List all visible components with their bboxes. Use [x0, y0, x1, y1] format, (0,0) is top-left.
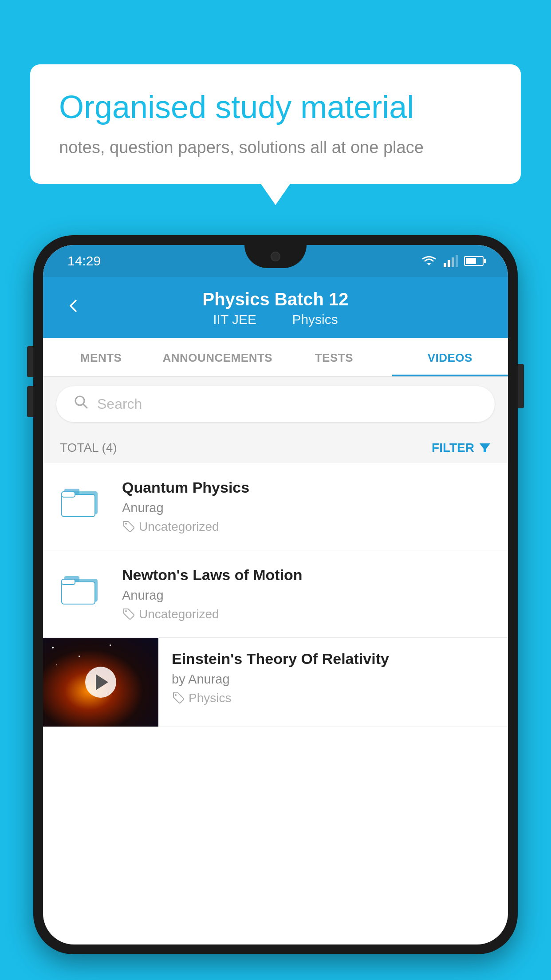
svg-marker-0 — [427, 263, 431, 265]
tag-text-1: Uncategorized — [139, 520, 219, 534]
header-subtitle-iitjee: IIT JEE — [213, 312, 256, 327]
battery-icon — [464, 256, 484, 266]
status-icons — [421, 255, 484, 267]
svg-marker-6 — [480, 443, 490, 452]
header-subtitle: IIT JEE Physics — [205, 312, 346, 327]
phone-device: 14:29 — [33, 235, 518, 980]
folder-thumbnail-1 — [60, 479, 109, 523]
front-camera — [271, 252, 280, 261]
svg-point-16 — [125, 610, 127, 612]
tab-videos[interactable]: VIDEOS — [392, 338, 508, 376]
speech-bubble-container: Organised study material notes, question… — [30, 64, 521, 184]
speech-bubble: Organised study material notes, question… — [30, 64, 521, 184]
svg-rect-2 — [448, 260, 450, 267]
svg-rect-9 — [62, 494, 95, 517]
wifi-icon — [421, 255, 437, 267]
folder-icon — [60, 566, 104, 606]
search-bar[interactable]: Search — [56, 386, 495, 422]
video-author-1: Anurag — [122, 501, 491, 515]
video-author-2: Anurag — [122, 588, 491, 603]
power-button — [518, 364, 524, 408]
search-placeholder: Search — [97, 396, 142, 412]
tab-tests[interactable]: TESTS — [276, 338, 392, 376]
phone-outer: 14:29 — [33, 235, 518, 954]
video-thumbnail-3 — [43, 638, 158, 727]
list-item[interactable]: Newton's Laws of Motion Anurag Uncategor… — [43, 550, 508, 638]
svg-rect-1 — [444, 263, 446, 267]
video-list: Quantum Physics Anurag Uncategorized — [43, 463, 508, 727]
tabs-container: MENTS ANNOUNCEMENTS TESTS VIDEOS — [43, 338, 508, 377]
volume-down-button — [27, 386, 33, 417]
folder-thumbnail-2 — [60, 566, 109, 611]
play-triangle-icon — [96, 674, 108, 690]
tag-icon-3 — [172, 691, 184, 705]
svg-point-11 — [125, 523, 127, 525]
svg-rect-4 — [456, 255, 458, 267]
video-item-info-3: Einstein's Theory Of Relativity by Anura… — [158, 638, 508, 718]
speech-bubble-subtitle: notes, question papers, solutions all at… — [59, 138, 492, 157]
video-title-3: Einstein's Theory Of Relativity — [172, 650, 495, 668]
tag-text-3: Physics — [189, 691, 231, 705]
folder-icon — [60, 479, 104, 519]
volume-up-button — [27, 346, 33, 377]
tag-icon-1 — [122, 520, 134, 534]
svg-rect-14 — [62, 582, 95, 604]
video-tag-2: Uncategorized — [122, 607, 491, 621]
tag-text-2: Uncategorized — [139, 607, 219, 621]
video-item-info-2: Newton's Laws of Motion Anurag Uncategor… — [122, 566, 491, 621]
filter-button[interactable]: FILTER — [432, 441, 491, 455]
phone-screen: 14:29 — [43, 245, 508, 944]
total-count: TOTAL (4) — [60, 441, 117, 455]
video-item-info-1: Quantum Physics Anurag Uncategorized — [122, 479, 491, 534]
svg-rect-3 — [452, 257, 454, 267]
filter-bar: TOTAL (4) FILTER — [43, 431, 508, 463]
filter-funnel-icon — [479, 442, 491, 454]
video-tag-1: Uncategorized — [122, 520, 491, 534]
header-title: Physics Batch 12 — [202, 289, 348, 309]
search-icon — [73, 394, 89, 414]
svg-rect-15 — [62, 579, 75, 585]
signal-icon — [444, 255, 458, 267]
header-subtitle-physics: Physics — [292, 312, 338, 327]
tab-announcements[interactable]: ANNOUNCEMENTS — [159, 338, 276, 376]
app-header: Physics Batch 12 IIT JEE Physics — [43, 277, 508, 338]
tag-icon-2 — [122, 607, 134, 621]
svg-point-17 — [175, 694, 177, 696]
list-item[interactable]: Einstein's Theory Of Relativity by Anura… — [43, 638, 508, 727]
play-button-3[interactable] — [85, 667, 116, 698]
back-button[interactable] — [61, 292, 86, 323]
tab-ments[interactable]: MENTS — [43, 338, 159, 376]
filter-label: FILTER — [432, 441, 474, 455]
search-container: Search — [43, 377, 508, 431]
svg-rect-10 — [62, 492, 75, 497]
video-title-1: Quantum Physics — [122, 479, 491, 496]
list-item[interactable]: Quantum Physics Anurag Uncategorized — [43, 463, 508, 550]
status-time: 14:29 — [67, 253, 101, 269]
video-title-2: Newton's Laws of Motion — [122, 566, 491, 584]
video-tag-3: Physics — [172, 691, 495, 705]
video-author-3: by Anurag — [172, 672, 495, 687]
speech-bubble-title: Organised study material — [59, 89, 492, 126]
